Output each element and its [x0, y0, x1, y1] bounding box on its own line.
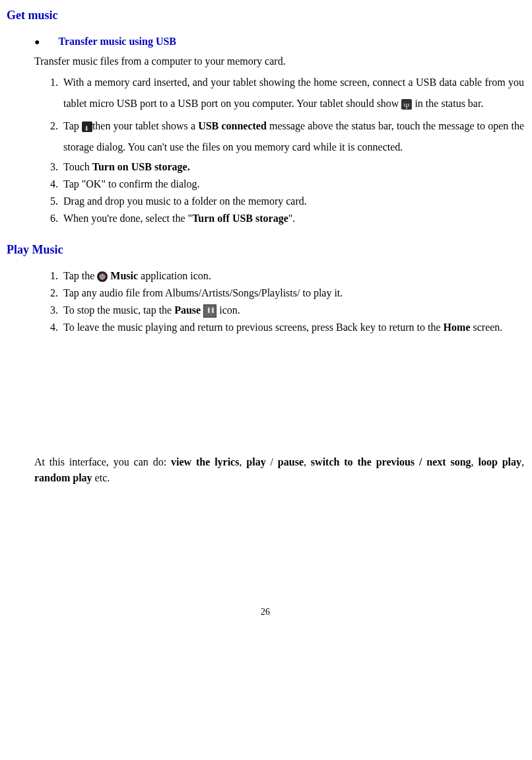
play-steps-list: Tap the Music application icon. Tap any … — [34, 268, 524, 335]
section-heading-play-music: Play Music — [7, 241, 524, 259]
play-step-4-post: screen. — [470, 322, 502, 333]
bullet-dot-icon: ● — [34, 35, 40, 49]
interface-s5: , — [521, 456, 524, 467]
music-app-icon — [97, 271, 108, 282]
step-3-pre: Touch — [63, 161, 92, 172]
intro-text: Transfer music files from a computer to … — [34, 53, 524, 69]
play-step-1: Tap the Music application icon. — [61, 268, 524, 284]
play-step-1-pre: Tap the — [63, 270, 97, 281]
transfer-steps-list: With a memory card inserted, and your ta… — [34, 72, 524, 226]
play-step-3: To stop the music, tap the Pause icon. — [61, 302, 524, 318]
page-number: 26 — [7, 605, 524, 619]
play-step-1-post: application icon. — [138, 270, 211, 281]
interface-post: etc. — [92, 472, 110, 483]
interface-b1: view the lyrics — [171, 456, 240, 467]
pause-icon — [203, 304, 216, 318]
interface-note: At this interface, you can do: view the … — [34, 454, 524, 486]
step-2-pre: Tap — [63, 120, 82, 131]
interface-s3: , — [304, 456, 311, 467]
subheading-transfer-usb: Transfer music using USB — [58, 34, 176, 50]
step-1: With a memory card inserted, and your ta… — [61, 72, 524, 114]
play-step-3-pre: To stop the music, tap the — [63, 304, 174, 316]
interface-s2: / — [266, 456, 278, 467]
interface-pre: At this interface, you can do: — [34, 456, 171, 467]
notification-icon — [82, 121, 92, 132]
step-3-bold1: Turn on USB storage. — [92, 161, 190, 172]
interface-b5: loop play — [478, 456, 521, 467]
step-4: Tap "OK" to confirm the dialog. — [61, 176, 524, 192]
play-step-3-post: icon. — [219, 304, 240, 316]
section-heading-get-music: Get music — [7, 7, 524, 24]
step-6-pre: When you're done, select the " — [63, 213, 192, 224]
interface-b6: random play — [34, 472, 92, 483]
interface-b2: play — [246, 456, 265, 467]
play-step-4-pre: To leave the music playing and return to… — [63, 322, 444, 333]
play-step-1-bold1: Music — [110, 270, 138, 281]
play-step-3-bold1: Pause — [174, 304, 201, 316]
interface-b4: switch to the previous / next song — [311, 456, 471, 467]
step-6: When you're done, select the "Turn off U… — [61, 211, 524, 226]
step-2-bold1: USB connected — [198, 120, 267, 131]
bullet-transfer-usb: ● Transfer music using USB — [34, 34, 524, 50]
step-1-post: in the status bar. — [415, 98, 483, 109]
step-3: Touch Turn on USB storage. — [61, 159, 524, 175]
interface-b3: pause — [278, 456, 304, 467]
play-step-4-bold1: Home — [444, 322, 471, 333]
step-5: Drag and drop you music to a folder on t… — [61, 193, 524, 209]
interface-s4: , — [471, 456, 479, 467]
step-6-bold1: Turn off USB storage — [192, 213, 288, 224]
step-6-post: ". — [288, 213, 296, 224]
interface-s1: , — [239, 456, 246, 467]
play-step-2: Tap any audio file from Albums/Artists/S… — [61, 285, 524, 301]
usb-icon — [401, 99, 412, 110]
step-2-mid1: then your tablet shows a — [92, 120, 198, 131]
step-2: Tap then your tablet shows a USB connect… — [61, 116, 524, 158]
play-step-4: To leave the music playing and return to… — [61, 320, 524, 335]
